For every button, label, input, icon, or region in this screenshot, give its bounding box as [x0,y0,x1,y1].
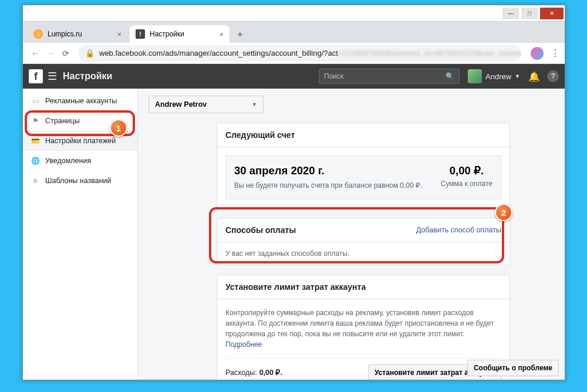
annotation-badge-2: 2 [495,204,512,221]
facebook-header: f ☰ Настройки Поиск 🔍 Andrew ▼ 🔔 ? [23,64,565,89]
search-placeholder: Поиск [324,72,343,80]
card-title: Установите лимит затрат аккаунта [225,282,366,292]
sidebar-item-label: Уведомления [45,157,91,165]
window-maximize-button[interactable]: □ [521,8,538,19]
nav-back-button[interactable]: ← [28,46,43,61]
notifications-icon[interactable]: 🔔 [528,71,540,82]
favicon-facebook: f [136,29,145,39]
main-content: Andrew Petrov ▼ Следующий счет 30 апреля… [138,89,565,380]
account-dropdown-label: Andrew Petrov [155,100,207,109]
account-dropdown[interactable]: Andrew Petrov ▼ [149,96,264,113]
spend-limit-card: Установите лимит затрат аккаунта Контрол… [217,275,510,380]
tab-close-icon[interactable]: × [219,30,224,39]
url-bar: ← → ⟳ 🔒 web.facebook.com/ads/manager/acc… [23,43,565,64]
spend-limit-description: Контролируйте суммарные расходы на рекла… [225,307,501,350]
spend-value: 0,00 ₽. [259,368,282,377]
sidebar-item-label: Шаблоны названий [45,177,112,185]
sidebar-item-naming-templates[interactable]: ≡ Шаблоны названий [23,171,137,191]
card-title: Следующий счет [225,130,295,140]
user-name: Andrew [485,72,511,81]
window-titlebar: — □ ✕ [23,5,565,22]
new-tab-button[interactable]: + [232,26,248,43]
sidebar-item-label: Рекламные аккаунты [45,97,117,105]
tab-close-icon[interactable]: × [117,30,122,39]
url-text: web.facebook.com/ads/manager/account_set… [99,49,521,58]
profile-avatar-icon[interactable] [531,47,544,60]
window-minimize-button[interactable]: — [502,8,519,19]
address-bar[interactable]: 🔒 web.facebook.com/ads/manager/account_s… [78,45,521,62]
tab-strip: Lumpics.ru × f Настройки × + [23,22,565,43]
flag-icon: ⚑ [31,117,39,125]
no-payment-methods-text: У вас нет заданных способов оплаты. [217,242,510,265]
browser-tab-inactive[interactable]: Lumpics.ru × [28,25,127,43]
card-header: Следующий счет [217,123,510,147]
help-icon[interactable]: ? [547,70,559,82]
nav-reload-button[interactable]: ⟳ [58,46,73,61]
payment-methods-card: Способы оплаты Добавить способ оплаты У … [217,218,510,265]
search-icon: 🔍 [446,72,454,80]
next-bill-date: 30 апреля 2020 г. [234,164,430,177]
bill-amount: 0,00 ₽. [441,164,492,177]
tab-title: Lumpics.ru [48,30,82,38]
spend-row: Расходы: 0,00 ₽. Установите лимит затрат… [225,358,501,380]
hamburger-menu-icon[interactable]: ☰ [48,70,57,83]
caret-down-icon: ▼ [515,73,520,79]
lock-icon: 🔒 [85,49,95,58]
facebook-logo-icon[interactable]: f [29,69,43,83]
page-title: Настройки [63,71,112,82]
sidebar-item-label: Страницы [45,117,80,125]
chevron-down-icon: ▼ [252,102,257,107]
sidebar-item-label: Настройки платежей [45,137,116,145]
bill-summary-box: 30 апреля 2020 г. Вы не будете получать … [225,156,501,200]
spend-label: Расходы: [225,369,257,377]
nav-forward-button[interactable]: → [43,46,58,61]
add-payment-method-link[interactable]: Добавить способ оплаты [416,226,501,234]
tab-title: Настройки [150,30,184,38]
list-icon: ▭ [31,97,39,105]
avatar-icon [468,69,482,83]
favicon-lumpics [33,29,43,39]
template-icon: ≡ [31,177,39,185]
page-body: ▭ Рекламные аккаунты ⚑ Страницы 💳 Настро… [23,89,565,380]
annotation-badge-1: 1 [110,119,127,137]
globe-icon: 🌐 [31,157,39,165]
report-problem-button[interactable]: Сообщить о проблеме [467,360,559,376]
next-bill-card: Следующий счет 30 апреля 2020 г. Вы не б… [217,123,510,208]
sidebar-item-ad-accounts[interactable]: ▭ Рекламные аккаунты [23,91,137,111]
search-input[interactable]: Поиск 🔍 [319,69,460,84]
credit-card-icon: 💳 [31,137,39,145]
browser-menu-icon[interactable]: ⋮ [551,48,560,59]
bill-amount-label: Сумма к оплате [441,180,492,188]
browser-window: — □ ✕ Lumpics.ru × f Настройки × + ← → ⟳… [22,5,565,380]
sidebar-item-notifications[interactable]: 🌐 Уведомления [23,151,137,171]
browser-tab-active[interactable]: f Настройки × [130,25,230,43]
card-header: Способы оплаты Добавить способ оплаты [217,218,510,242]
card-header: Установите лимит затрат аккаунта [217,275,510,299]
learn-more-link[interactable]: Подробнее [225,340,262,349]
card-title: Способы оплаты [225,225,296,235]
window-close-button[interactable]: ✕ [540,8,564,19]
next-bill-note: Вы не будете получать счета при балансе … [234,181,430,191]
user-menu[interactable]: Andrew ▼ [468,69,520,83]
